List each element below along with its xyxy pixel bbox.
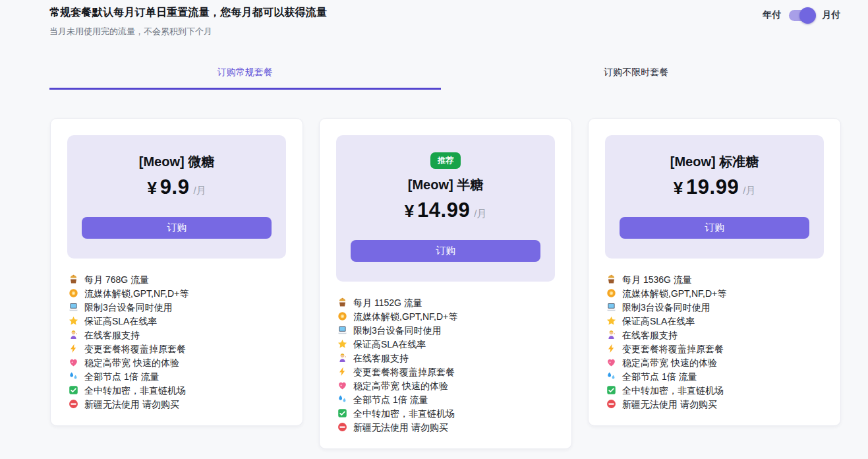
support-person-icon [606, 330, 616, 340]
cupcake-icon [606, 274, 616, 284]
feature-item: 限制3台设备同时使用 [606, 302, 823, 312]
feature-text: 在线客服支持 [84, 330, 140, 340]
billing-toggle-group: 年付 月付 [763, 9, 840, 21]
feature-item: 全部节点 1倍 流量 [606, 371, 823, 381]
yearly-label: 年付 [763, 9, 781, 21]
feature-item: 变更套餐将覆盖掉原套餐 [337, 367, 554, 377]
subscribe-button[interactable]: 订购 [351, 240, 540, 262]
currency-symbol: ¥ [405, 198, 414, 224]
feature-text: 限制3台设备同时使用 [353, 326, 442, 335]
check-mark-icon [606, 385, 616, 395]
page-title: 常规套餐默认每月订单日重置流量，您每月都可以获得流量 [49, 6, 868, 20]
feature-item: 保证高SLA在线率 [606, 316, 823, 326]
plan-card-weitang: [Meow] 微糖 ¥ 9.9 /月 订购 每月 768G 流量流媒体解锁,GP… [50, 118, 303, 426]
feature-item: 限制3台设备同时使用 [337, 325, 554, 335]
plan-name: [Meow] 半糖 [351, 175, 540, 194]
laptop-icon [69, 302, 78, 312]
feature-text: 每月 768G 流量 [84, 275, 149, 284]
plan-card-biaozhuntang: [Meow] 标准糖 ¥ 19.99 /月 订购 每月 1536G 流量流媒体解… [588, 118, 841, 426]
feature-text: 全部节点 1倍 流量 [622, 372, 697, 381]
laptop-icon [337, 325, 347, 335]
plan-card-bantang: 推荐 [Meow] 半糖 ¥ 14.99 /月 订购 每月 1152G 流量流媒… [319, 118, 572, 449]
recommend-badge: 推荐 [430, 152, 461, 169]
check-mark-icon [337, 408, 347, 418]
feature-list: 每月 1152G 流量流媒体解锁,GPT,NF,D+等限制3台设备同时使用保证高… [336, 297, 555, 432]
feature-item: 全中转加密，非直链机场 [606, 385, 823, 395]
feature-text: 在线客服支持 [622, 330, 678, 340]
feature-text: 限制3台设备同时使用 [622, 303, 710, 312]
feature-text: 每月 1152G 流量 [353, 298, 422, 307]
plan-header: [Meow] 标准糖 ¥ 19.99 /月 订购 [605, 135, 824, 259]
plan-tabs: 订购常规套餐 订购不限时套餐 [49, 60, 832, 90]
no-entry-icon [69, 399, 78, 409]
feature-item: 新疆无法使用 请勿购买 [606, 399, 823, 409]
feature-text: 每月 1536G 流量 [622, 275, 692, 284]
plan-header: 推荐 [Meow] 半糖 ¥ 14.99 /月 订购 [336, 135, 555, 282]
feature-text: 新疆无法使用 请勿购买 [84, 400, 179, 409]
feature-item: 流媒体解锁,GPT,NF,D+等 [69, 288, 285, 298]
feature-text: 稳定高带宽 快速的体验 [84, 358, 179, 367]
feature-text: 保证高SLA在线率 [622, 317, 695, 326]
feature-text: 全部节点 1倍 流量 [353, 395, 428, 404]
lightning-icon [606, 344, 616, 353]
cupcake-icon [337, 297, 347, 307]
dvd-disc-icon [606, 288, 616, 298]
tab-unlimited-plans[interactable]: 订购不限时套餐 [441, 60, 832, 90]
cupcake-icon [69, 274, 78, 284]
feature-item: 流媒体解锁,GPT,NF,D+等 [337, 311, 554, 321]
price-amount: 9.9 [160, 174, 190, 200]
star-icon [337, 339, 347, 349]
feature-item: 每月 1152G 流量 [337, 297, 554, 307]
page-subtitle: 当月未用使用完的流量，不会累积到下个月 [49, 26, 868, 38]
feature-item: 限制3台设备同时使用 [69, 302, 285, 312]
feature-item: 稳定高带宽 快速的体验 [337, 381, 554, 390]
feature-item: 变更套餐将覆盖掉原套餐 [69, 344, 285, 353]
feature-text: 变更套餐将覆盖掉原套餐 [622, 344, 724, 353]
sparkling-heart-icon [606, 357, 616, 367]
subscribe-button[interactable]: 订购 [82, 217, 272, 239]
feature-item: 每月 768G 流量 [69, 274, 285, 284]
pricing-page: 常规套餐默认每月订单日重置流量，您每月都可以获得流量 当月未用使用完的流量，不会… [0, 0, 868, 459]
feature-item: 稳定高带宽 快速的体验 [606, 357, 823, 367]
toggle-knob-icon [799, 7, 816, 24]
feature-text: 稳定高带宽 快速的体验 [353, 381, 448, 390]
feature-item: 全中转加密，非直链机场 [337, 408, 554, 418]
price-period: /月 [193, 177, 206, 204]
feature-item: 在线客服支持 [606, 330, 823, 340]
feature-text: 保证高SLA在线率 [353, 340, 426, 349]
laptop-icon [606, 302, 616, 312]
plan-name: [Meow] 标准糖 [620, 152, 809, 171]
star-icon [69, 316, 78, 326]
feature-item: 在线客服支持 [69, 330, 285, 340]
feature-list: 每月 1536G 流量流媒体解锁,GPT,NF,D+等限制3台设备同时使用保证高… [605, 274, 824, 409]
price-period: /月 [743, 177, 755, 204]
plan-price: ¥ 9.9 /月 [82, 174, 272, 204]
plan-header: [Meow] 微糖 ¥ 9.9 /月 订购 [67, 135, 286, 259]
feature-item: 全部节点 1倍 流量 [69, 371, 285, 381]
tab-regular-plans[interactable]: 订购常规套餐 [49, 60, 441, 90]
support-person-icon [69, 330, 78, 340]
droplets-icon [606, 371, 616, 381]
feature-item: 每月 1536G 流量 [606, 274, 823, 284]
feature-text: 新疆无法使用 请勿购买 [622, 400, 717, 409]
plan-price: ¥ 14.99 /月 [351, 197, 540, 227]
support-person-icon [337, 353, 347, 363]
sparkling-heart-icon [337, 381, 347, 390]
feature-text: 在线客服支持 [353, 353, 409, 363]
feature-text: 变更套餐将覆盖掉原套餐 [353, 367, 455, 377]
currency-symbol: ¥ [674, 175, 683, 201]
lightning-icon [337, 367, 347, 377]
page-header: 常规套餐默认每月订单日重置流量，您每月都可以获得流量 当月未用使用完的流量，不会… [0, 0, 868, 38]
no-entry-icon [606, 399, 616, 409]
droplets-icon [337, 394, 347, 404]
feature-item: 保证高SLA在线率 [69, 316, 285, 326]
feature-item: 变更套餐将覆盖掉原套餐 [606, 344, 823, 353]
feature-item: 全部节点 1倍 流量 [337, 394, 554, 404]
dvd-disc-icon [69, 288, 78, 298]
price-amount: 19.99 [686, 174, 739, 200]
subscribe-button[interactable]: 订购 [620, 217, 809, 239]
check-mark-icon [69, 385, 78, 395]
dvd-disc-icon [337, 311, 347, 321]
billing-toggle[interactable] [789, 10, 814, 21]
droplets-icon [69, 371, 78, 381]
